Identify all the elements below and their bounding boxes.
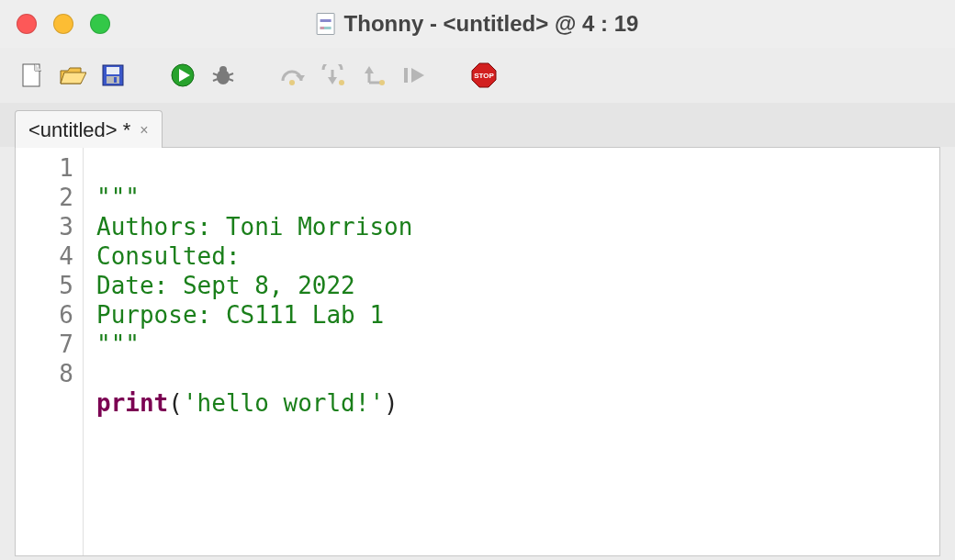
save-icon [101, 63, 125, 87]
line-number: 8 [16, 359, 73, 388]
svg-line-13 [229, 79, 233, 81]
code-line: """ [96, 330, 140, 358]
document-icon [317, 13, 335, 35]
zoom-window-button[interactable] [90, 14, 110, 34]
window-title: Thonny - <untitled> @ 4 : 19 [317, 11, 639, 37]
resume-button[interactable] [399, 60, 430, 91]
debug-button[interactable] [208, 60, 239, 91]
line-number: 3 [16, 212, 73, 241]
step-over-button[interactable] [277, 60, 309, 91]
close-window-button[interactable] [17, 14, 37, 34]
step-out-icon [360, 64, 388, 86]
new-file-icon [20, 62, 44, 88]
debug-icon [210, 62, 236, 88]
run-button[interactable] [167, 60, 198, 91]
app-name: Thonny [344, 11, 424, 36]
step-into-button[interactable] [318, 60, 349, 91]
code-line: print('hello world!') [96, 389, 399, 417]
svg-rect-3 [107, 67, 119, 74]
svg-point-18 [339, 80, 344, 85]
code-line: Consulted: [96, 242, 241, 270]
svg-line-12 [213, 79, 218, 81]
titlebar: Thonny - <untitled> @ 4 : 19 [0, 0, 955, 48]
svg-marker-17 [328, 77, 337, 84]
close-tab-icon[interactable]: × [140, 122, 148, 139]
editor-tab[interactable]: <untitled> * × [15, 110, 163, 148]
code-line: """ [96, 184, 140, 211]
code-line: Purpose: CS111 Lab 1 [96, 301, 384, 329]
svg-point-9 [219, 66, 227, 73]
open-file-icon [59, 63, 86, 87]
svg-rect-22 [404, 68, 408, 83]
line-number-gutter: 1 2 3 4 5 6 7 8 [16, 148, 84, 555]
svg-point-15 [289, 80, 295, 85]
stop-button[interactable]: STOP [468, 60, 500, 91]
line-number: 1 [16, 153, 73, 183]
line-number: 7 [16, 330, 73, 359]
svg-rect-5 [114, 77, 117, 83]
svg-line-10 [213, 73, 218, 75]
cursor-position: 4 : 19 [582, 11, 638, 36]
new-file-button[interactable] [17, 60, 48, 91]
code-area[interactable]: """ Authors: Toni Morrison Consulted: Da… [84, 148, 939, 555]
editor-tabs: <untitled> * × [0, 103, 955, 147]
code-editor[interactable]: 1 2 3 4 5 6 7 8 """ Authors: Toni Morris… [15, 147, 940, 556]
svg-marker-23 [411, 68, 424, 83]
window-controls [17, 14, 110, 34]
file-name: <untitled> [444, 11, 549, 36]
line-number: 4 [16, 241, 73, 271]
svg-text:STOP: STOP [474, 72, 494, 80]
minimize-window-button[interactable] [53, 14, 73, 34]
step-out-button[interactable] [358, 60, 389, 91]
svg-rect-4 [107, 76, 119, 84]
line-number: 2 [16, 183, 73, 212]
tab-label: <untitled> * [28, 118, 130, 142]
svg-line-11 [229, 73, 233, 75]
code-line: Authors: Toni Morrison [96, 213, 412, 241]
step-into-icon [320, 64, 347, 86]
svg-point-21 [379, 80, 385, 85]
toolbar: STOP [0, 48, 955, 103]
run-icon [170, 62, 196, 88]
line-number: 6 [16, 300, 73, 330]
code-line: Date: Sept 8, 2022 [96, 272, 355, 299]
svg-marker-20 [365, 66, 374, 73]
open-file-button[interactable] [57, 60, 88, 91]
resume-icon [402, 64, 426, 86]
line-number: 5 [16, 271, 73, 300]
stop-icon: STOP [470, 62, 498, 89]
save-button[interactable] [97, 60, 129, 91]
step-over-icon [279, 64, 307, 86]
